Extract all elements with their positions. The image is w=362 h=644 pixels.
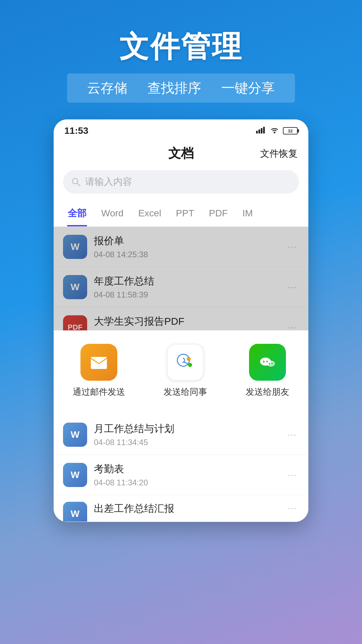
file-info: 出差工作总结汇报 [94,502,285,518]
file-list-below: W 月工作总结与计划 04-08 11:34:45 ··· W 考勤表 04-0… [54,415,308,522]
subtitle-cloud: 云存储 [87,79,127,97]
status-bar: 11:53 32 [54,119,308,140]
share-colleague-option[interactable]: 发送给同事 [164,344,207,398]
file-more-button[interactable]: ··· [285,502,299,514]
svg-rect-8 [91,357,107,369]
svg-rect-0 [256,131,258,133]
file-icon-word: W [63,463,87,487]
app-header: 文档 文件恢复 [54,140,308,170]
share-wechat-label: 发送给朋友 [246,386,289,398]
svg-line-6 [77,183,80,186]
tab-im[interactable]: IM [235,201,260,225]
file-more-button[interactable]: ··· [285,469,299,481]
svg-point-13 [263,361,264,363]
tab-excel[interactable]: Excel [131,201,168,225]
svg-rect-1 [258,129,260,133]
svg-point-10 [187,357,191,361]
list-item[interactable]: W 月工作总结与计划 04-08 11:34:45 ··· [54,415,308,455]
search-section: 请输入内容 [54,170,308,200]
header-section: 文件管理 云存储 查找排序 一键分享 [0,27,362,103]
wifi-icon [269,126,280,136]
file-info: 月工作总结与计划 04-08 11:34:45 [94,422,285,447]
search-icon [71,177,80,186]
share-colleague-label: 发送给同事 [164,386,207,398]
app-title: 文档 [168,145,194,162]
share-popup: 通过邮件发送 发送给同事 [54,330,308,415]
svg-point-4 [274,132,276,133]
file-icon-word: W [63,502,87,522]
main-title: 文件管理 [0,27,362,67]
svg-point-16 [269,363,270,364]
file-name: 月工作总结与计划 [94,422,285,436]
svg-point-11 [188,363,192,367]
file-icon-word: W [63,423,87,447]
tab-word[interactable]: Word [94,201,131,225]
share-email-label: 通过邮件发送 [73,386,125,398]
wechat-icon-svg [257,352,278,373]
file-date: 04-08 11:34:45 [94,438,285,447]
wechat-share-icon [249,344,286,381]
share-wechat-option[interactable]: 发送给朋友 [246,344,289,398]
email-share-icon [80,344,117,381]
file-recover-button[interactable]: 文件恢复 [260,147,298,160]
svg-rect-2 [261,128,262,133]
svg-point-15 [267,361,275,367]
file-name: 出差工作总结汇报 [94,502,285,516]
subtitle-sort: 查找排序 [147,79,201,97]
phone-mockup: 11:53 32 文档 文件恢复 请输入内容 全部 Wo [54,119,308,522]
signal-icon [256,126,266,136]
status-time: 11:53 [64,125,88,136]
file-info: 考勤表 04-08 11:34:20 [94,462,285,487]
list-item[interactable]: W 考勤表 04-08 11:34:20 ··· [54,455,308,495]
email-icon-svg [88,352,110,373]
tab-all[interactable]: 全部 [60,200,94,226]
battery-icon: 32 [283,127,298,135]
file-name: 考勤表 [94,462,285,476]
tab-pdf[interactable]: PDF [201,201,235,225]
search-bar[interactable]: 请输入内容 [63,170,299,194]
colleague-share-icon [167,344,204,381]
share-email-option[interactable]: 通过邮件发送 [73,344,125,398]
tab-ppt[interactable]: PPT [169,201,201,225]
status-icons: 32 [256,126,298,136]
file-list-container: W 报价单 04-08 14:25:38 ··· W 年度工作总结 04-08 … [54,227,308,415]
filter-tabs: 全部 Word Excel PPT PDF IM [54,200,308,227]
svg-rect-3 [263,127,265,133]
subtitle-share: 一键分享 [221,79,275,97]
search-input[interactable]: 请输入内容 [85,175,132,188]
file-date: 04-08 11:34:20 [94,478,285,487]
colleague-icon-svg [175,352,196,373]
list-item[interactable]: W 出差工作总结汇报 ··· [54,495,308,522]
file-more-button[interactable]: ··· [285,428,299,441]
svg-point-17 [272,363,273,364]
subtitle-bar: 云存储 查找排序 一键分享 [67,73,295,103]
